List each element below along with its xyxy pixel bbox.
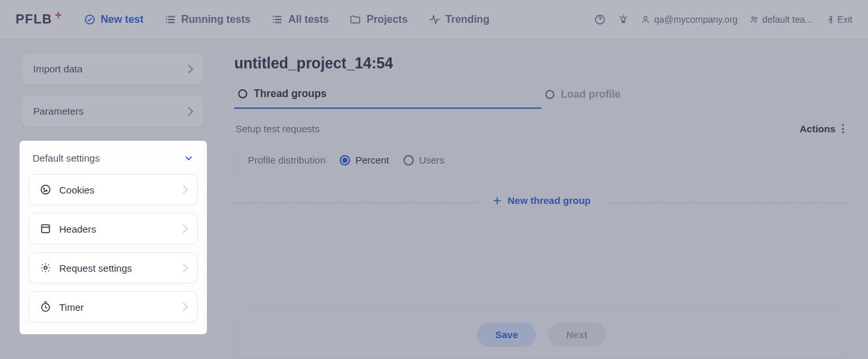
item-label: Headers <box>59 223 96 235</box>
item-label: Request settings <box>59 263 132 274</box>
nav-label: Projects <box>366 14 407 25</box>
list-icon <box>271 14 283 25</box>
tab-load-profile[interactable]: Load profile <box>541 88 848 109</box>
top-header: PFLB + New test Running tests All tests <box>0 0 868 39</box>
option-label: Users <box>419 154 444 165</box>
nav-label: Trending <box>446 14 490 25</box>
list-icon <box>165 14 176 25</box>
radio-users[interactable]: Users <box>403 154 444 165</box>
chevron-right-icon <box>179 302 188 311</box>
chevron-right-icon <box>179 185 188 194</box>
actions-label: Actions <box>800 123 835 134</box>
project-title: untitled_project_14:54 <box>234 55 848 72</box>
tab-thread-groups[interactable]: Thread groups <box>234 88 541 109</box>
sidebar-label: Import data <box>33 63 83 74</box>
more-icon: ⋮ <box>838 122 847 134</box>
next-button[interactable]: Next <box>548 323 606 347</box>
sidebar-import-data[interactable]: Import data <box>21 52 204 85</box>
svg-point-2 <box>644 16 647 20</box>
svg-point-6 <box>44 188 45 190</box>
sidebar-item-timer[interactable]: Timer <box>29 291 198 323</box>
chevron-right-icon <box>184 106 193 115</box>
sidebar-item-headers[interactable]: Headers <box>29 213 198 244</box>
profile-distribution: Profile distribution Percent Users <box>234 142 848 178</box>
content-area: untitled_project_14:54 Thread groups Loa… <box>215 39 868 359</box>
team-name: default tea... <box>763 14 813 25</box>
check-circle-icon <box>84 14 96 25</box>
svg-point-5 <box>41 185 50 194</box>
svg-rect-9 <box>42 225 49 233</box>
help-icon[interactable] <box>594 14 606 25</box>
lightbulb-icon[interactable] <box>617 14 629 25</box>
folder-icon <box>349 14 361 25</box>
sidebar-parameters[interactable]: Parameters <box>21 94 204 128</box>
nav-label: All tests <box>288 14 329 25</box>
nav-running-tests[interactable]: Running tests <box>156 10 260 29</box>
team-icon <box>750 15 759 24</box>
activity-icon <box>429 14 441 25</box>
nav-label: New test <box>101 14 144 25</box>
item-label: Cookies <box>59 184 94 195</box>
tab-label: Load profile <box>561 89 621 100</box>
nav-label: Running tests <box>182 14 251 25</box>
radio-percent[interactable]: Percent <box>340 154 389 165</box>
new-thread-group-label: New thread group <box>508 195 591 206</box>
section-header: Setup test requests Actions ⋮ <box>234 109 848 142</box>
sidebar-item-request-settings[interactable]: Request settings <box>29 252 198 283</box>
exit-link[interactable]: Exit <box>824 14 852 25</box>
new-thread-group-button[interactable]: New thread group <box>479 195 604 206</box>
distribution-options: Percent Users <box>340 154 444 165</box>
tab-label: Thread groups <box>254 88 327 100</box>
radio-icon <box>238 89 247 98</box>
team-menu[interactable]: default tea... <box>750 14 813 25</box>
sidebar-item-cookies[interactable]: Cookies <box>29 174 198 205</box>
dashed-divider: New thread group <box>234 203 848 203</box>
sidebar-label: Parameters <box>33 106 84 117</box>
svg-point-7 <box>46 190 47 192</box>
profile-distribution-label: Profile distribution <box>248 154 325 165</box>
radio-unselected-icon <box>403 155 414 165</box>
gear-icon <box>40 262 51 274</box>
footer-bar: Save Next <box>234 309 848 359</box>
chevron-right-icon <box>179 224 188 233</box>
svg-point-10 <box>44 266 47 270</box>
logo[interactable]: PFLB + <box>16 12 62 27</box>
item-label: Timer <box>59 302 84 313</box>
save-button[interactable]: Save <box>477 323 536 347</box>
nav-projects[interactable]: Projects <box>340 10 416 29</box>
logo-text: PFLB <box>16 12 52 27</box>
headers-icon <box>40 223 51 235</box>
exit-icon <box>824 15 834 24</box>
logo-mark-icon: + <box>55 8 62 22</box>
svg-point-4 <box>755 17 757 19</box>
chevron-right-icon <box>179 263 188 272</box>
user-email: qa@mycompany.org <box>654 14 737 25</box>
user-menu[interactable]: qa@mycompany.org <box>641 14 737 25</box>
actions-menu[interactable]: Actions ⋮ <box>800 122 847 134</box>
default-settings-panel: Default settings Cookies Headers Request… <box>20 141 207 334</box>
tabs: Thread groups Load profile <box>234 88 848 109</box>
radio-selected-icon <box>340 155 350 165</box>
plus-icon <box>492 195 502 206</box>
timer-icon <box>40 301 51 313</box>
chevron-right-icon <box>184 64 193 73</box>
user-icon <box>641 15 650 24</box>
cookie-icon <box>40 184 51 195</box>
nav-new-test[interactable]: New test <box>75 10 153 29</box>
default-settings-label: Default settings <box>33 152 100 164</box>
nav-trending[interactable]: Trending <box>420 10 499 29</box>
chevron-down-icon <box>183 153 194 164</box>
header-right: qa@mycompany.org default tea... Exit <box>594 14 852 25</box>
main-nav: New test Running tests All tests Project… <box>75 10 498 29</box>
nav-all-tests[interactable]: All tests <box>262 10 338 29</box>
setup-label: Setup test requests <box>236 123 319 134</box>
svg-point-3 <box>752 16 754 19</box>
svg-point-8 <box>44 191 46 192</box>
option-label: Percent <box>355 154 389 165</box>
default-settings-header[interactable]: Default settings <box>29 151 198 166</box>
radio-icon <box>545 90 554 99</box>
exit-label: Exit <box>837 14 852 25</box>
